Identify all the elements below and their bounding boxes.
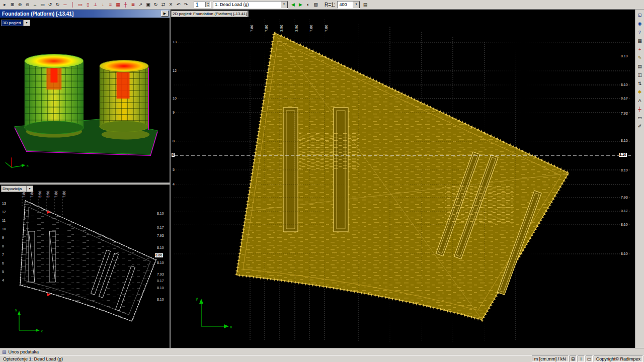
axes-icon[interactable]: ┼	[636, 106, 643, 113]
target-icon[interactable]: ⌖	[636, 46, 643, 53]
scale-value: 400	[339, 2, 347, 7]
viewport-plan-small: y x 7.807.803.903.907.807.80 13121110987…	[0, 185, 170, 348]
application-window: ▸⊞⊕⊖↔▭↺↻─│▭▯⊥↓≡▦┼≣↗▣↻⇄✕↶↷ 1 ▴ ▾ 1. Dead …	[0, 0, 644, 362]
line-load-icon[interactable]: ≡	[107, 1, 114, 9]
toolbar-icon-group-right: ▤	[361, 1, 369, 9]
chevron-down-icon[interactable]: ▾	[280, 1, 288, 9]
level-icon[interactable]: ≣	[129, 1, 137, 9]
status-message: Opterećenje 1: Dead Load (g)	[1, 356, 65, 361]
view-mode-value: 2D pogled: Foundation (Platform) [-13.41…	[173, 12, 247, 16]
fill-toggle-icon[interactable]: ▧	[312, 1, 319, 9]
render-settings-icon[interactable]: ▤	[361, 1, 369, 9]
split-view-icon[interactable]: ◫	[636, 71, 643, 79]
spinner-down-icon[interactable]: ▾	[206, 5, 210, 7]
data-entry-bar: ▤ Unos podataka	[0, 348, 644, 355]
snap-toggle[interactable]: ▭	[586, 355, 593, 362]
column-icon[interactable]: │	[69, 1, 76, 9]
pan-icon[interactable]: ↔	[31, 1, 39, 9]
annotate-icon[interactable]: ✐	[636, 123, 643, 130]
panel-title: Foundation (Platform) [-13.41]	[2, 11, 73, 17]
move-icon[interactable]: ↗	[137, 1, 144, 9]
tower-right-3d	[100, 60, 148, 132]
zoom-window-icon[interactable]: ⊞	[9, 1, 16, 9]
previous-load-case-icon[interactable]: ◀	[289, 1, 297, 9]
load-case-number-field[interactable]: 1 ▴ ▾	[194, 1, 211, 8]
right-toolbar: ⊡◉?▦⌖✎▤◫⇅✱A┼▭✐	[635, 10, 644, 348]
axis-x-label: x	[41, 329, 43, 333]
spinner-control[interactable]: ▴ ▾	[205, 2, 210, 7]
levels-icon[interactable]: ⇅	[636, 80, 643, 87]
load-case-number-value: 1	[196, 2, 199, 8]
view-mode-dropdown-3d[interactable]: 3D pogled ▾	[1, 20, 30, 26]
contrast-icon[interactable]: ◐	[304, 1, 312, 9]
units-indicator[interactable]: m [cm,mm] / kN	[532, 355, 569, 362]
mirror-icon[interactable]: ⇄	[159, 1, 167, 9]
chevron-down-icon[interactable]: ▾	[352, 1, 360, 9]
load-case-dropdown[interactable]: 1. Dead Load (g) ▾	[213, 1, 288, 9]
scale-dropdown[interactable]: 400 ▾	[337, 1, 360, 9]
edit-icon[interactable]: ✎	[636, 54, 643, 62]
annotation-cluster-left	[299, 133, 359, 169]
tower-left-3d	[25, 54, 84, 134]
main-toolbar: ▸⊞⊕⊖↔▭↺↻─│▭▯⊥↓≡▦┼≣↗▣↻⇄✕↶↷ 1 ▴ ▾ 1. Dead …	[0, 0, 644, 10]
undo-icon[interactable]: ↶	[175, 1, 182, 9]
cursor-toggle[interactable]: I	[578, 355, 585, 362]
axis-y-label: y	[196, 296, 198, 301]
toolbar-icon-group-left: ▸⊞⊕⊖↔▭↺↻─│▭▯⊥↓≡▦┼≣↗▣↻⇄✕↶↷	[1, 1, 190, 9]
chevron-down-icon[interactable]: ▾	[26, 186, 33, 192]
previous-view-icon[interactable]: ↺	[46, 1, 54, 9]
view-mode-dropdown-plan[interactable]: Dispozicija ▾	[1, 186, 33, 192]
zoom-out-icon[interactable]: ⊖	[24, 1, 31, 9]
layers-icon[interactable]: ▤	[636, 63, 643, 70]
view-mode-value: Dispozicija	[3, 187, 22, 191]
expand-panel-button[interactable]: ▶	[161, 11, 169, 17]
axis-x-label: x	[230, 324, 232, 329]
surface-load-icon[interactable]: ▦	[114, 1, 122, 9]
axis-x-label: x	[27, 163, 29, 168]
ucs-axis-icon: y x	[15, 308, 43, 333]
ucs-axis-icon: x	[6, 157, 29, 168]
viewport-main-2d: y x 7.807.803.903.907.807.80 13121098654…	[171, 10, 635, 348]
viewport-3d: x 3D pogled ▾	[0, 18, 170, 184]
annotation-cluster-right	[445, 186, 513, 225]
wall-icon[interactable]: ▯	[84, 1, 92, 9]
load-case-dropdown-value: 1. Dead Load (g)	[215, 2, 249, 7]
view-mode-dropdown-main[interactable]: 2D pogled: Foundation (Platform) [-13.41…	[171, 11, 249, 17]
canvas-main-2d[interactable]: y x	[171, 10, 635, 348]
zoom-extents-icon[interactable]: ▭	[39, 1, 46, 9]
panel-titlebar: Foundation (Platform) [-13.41] ▶	[0, 10, 170, 18]
select-icon[interactable]: ▸	[1, 1, 9, 9]
help-icon[interactable]: ?	[636, 29, 643, 36]
axis-icon[interactable]: ┼	[122, 1, 129, 9]
point-load-icon[interactable]: ↓	[99, 1, 107, 9]
text-icon[interactable]: A	[636, 97, 643, 105]
data-entry-label[interactable]: Unos podataka	[9, 349, 39, 354]
info-icon[interactable]: ◉	[636, 20, 643, 28]
coordinate-toggle[interactable]: ⊞	[570, 355, 577, 362]
data-entry-icon: ▤	[2, 349, 7, 354]
next-load-case-icon[interactable]: ▶	[297, 1, 304, 9]
erase-icon[interactable]: ✕	[167, 1, 175, 9]
beam-icon[interactable]: ─	[61, 1, 69, 9]
ucs-axis-icon: y x	[196, 296, 232, 329]
rotate-icon[interactable]: ↻	[152, 1, 159, 9]
axis-y-label: y	[15, 308, 17, 312]
frame-icon[interactable]: ▭	[636, 114, 643, 122]
copy-icon[interactable]: ▣	[144, 1, 152, 9]
plate-icon[interactable]: ▭	[76, 1, 84, 9]
select-window-icon[interactable]: ⊡	[636, 12, 643, 19]
scale-label: R=1:	[325, 2, 335, 8]
support-icon[interactable]: ⊥	[92, 1, 99, 9]
toolbar-icon-group-mid: ◀▶◐▧	[289, 1, 319, 9]
zoom-in-icon[interactable]: ⊕	[16, 1, 24, 9]
regen-icon[interactable]: ↻	[54, 1, 61, 9]
grid-icon[interactable]: ▦	[636, 37, 643, 45]
chevron-down-icon[interactable]: ▾	[247, 11, 249, 17]
redo-icon[interactable]: ↷	[182, 1, 190, 9]
view-mode-value: 3D pogled	[3, 21, 21, 25]
canvas-3d-model[interactable]: x	[0, 18, 170, 183]
render-icon[interactable]: ✱	[636, 88, 643, 96]
chevron-down-icon[interactable]: ▾	[23, 20, 30, 26]
canvas-plan-small[interactable]: y x	[0, 185, 170, 348]
copyright-label: Copyright© Radimpex	[594, 355, 643, 362]
